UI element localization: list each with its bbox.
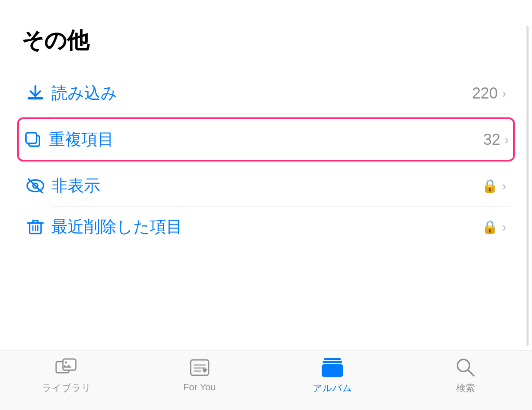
duplicates-chevron: › <box>505 132 509 147</box>
recently-deleted-chevron: › <box>502 220 506 234</box>
library-tab-label: ライブラリ <box>42 382 91 395</box>
library-icon-wrapper <box>54 356 79 379</box>
duplicates-label: 重複項目 <box>49 129 483 150</box>
duplicates-icon <box>23 130 49 149</box>
search-tab-icon <box>456 358 475 377</box>
tab-for-you[interactable]: For You <box>133 356 266 393</box>
divider-1 <box>51 114 511 114</box>
import-label: 読み込み <box>51 82 472 104</box>
list-item-hidden[interactable]: 非表示 🔒 › <box>21 165 511 206</box>
import-chevron: › <box>502 86 506 101</box>
svg-rect-0 <box>28 97 43 100</box>
svg-rect-15 <box>63 359 76 370</box>
svg-rect-2 <box>26 133 37 144</box>
svg-rect-23 <box>322 364 343 377</box>
recently-deleted-label: 最近削除した項目 <box>51 216 482 238</box>
hidden-lock-icon: 🔒 <box>482 178 498 193</box>
search-tab-label: 検索 <box>456 382 475 395</box>
tab-bar: ライブラリ For You アルバム <box>0 350 532 410</box>
svg-line-25 <box>468 370 474 376</box>
albums-tab-icon <box>322 357 343 378</box>
recently-deleted-lock-icon: 🔒 <box>482 219 498 234</box>
for-you-tab-label: For You <box>183 382 216 393</box>
albums-tab-label: アルバム <box>313 382 352 395</box>
import-icon <box>26 84 51 103</box>
for-you-tab-icon <box>189 358 210 377</box>
svg-point-16 <box>65 361 67 363</box>
list-item-recently-deleted[interactable]: 最近削除した項目 🔒 › <box>21 206 511 247</box>
albums-icon-wrapper <box>320 356 345 379</box>
svg-rect-22 <box>323 361 342 363</box>
search-icon-wrapper <box>453 356 478 379</box>
tab-library[interactable]: ライブラリ <box>0 356 133 395</box>
import-count: 220 <box>472 84 498 102</box>
hidden-chevron: › <box>502 179 506 193</box>
library-tab-icon <box>55 358 78 377</box>
tab-albums[interactable]: アルバム <box>266 356 399 395</box>
scrollbar[interactable] <box>526 26 529 346</box>
main-content: その他 読み込み 220 › 重複項目 32 › <box>0 0 532 350</box>
tab-search[interactable]: 検索 <box>399 356 532 395</box>
svg-rect-21 <box>324 358 341 360</box>
trash-icon <box>26 217 51 236</box>
list-item-duplicates[interactable]: 重複項目 32 › <box>17 117 515 162</box>
section-title: その他 <box>21 26 511 56</box>
duplicates-count: 32 <box>483 131 500 149</box>
hidden-icon <box>26 176 51 195</box>
for-you-icon-wrapper <box>187 356 212 379</box>
list-item-import[interactable]: 読み込み 220 › <box>21 73 511 114</box>
hidden-label: 非表示 <box>51 175 482 197</box>
